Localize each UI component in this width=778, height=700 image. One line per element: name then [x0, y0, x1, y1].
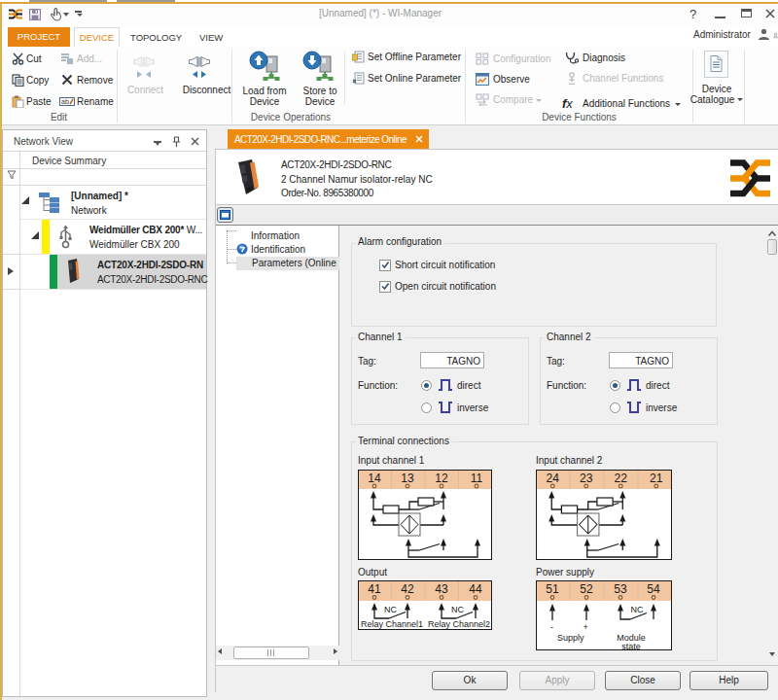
- svg-text:14: 14: [368, 472, 381, 485]
- svg-text:NC: NC: [384, 605, 397, 614]
- svg-text:ab: ab: [61, 98, 69, 105]
- svg-text:23: 23: [580, 472, 593, 485]
- svg-text:53: 53: [614, 582, 627, 596]
- svg-text:43: 43: [435, 582, 448, 596]
- svg-text:22: 22: [614, 472, 627, 485]
- svg-text:13: 13: [401, 472, 414, 485]
- svg-text:-: -: [550, 622, 553, 632]
- svg-text:Relay Channel2: Relay Channel2: [428, 619, 490, 629]
- svg-text:12: 12: [435, 472, 448, 485]
- svg-text:51: 51: [546, 582, 559, 596]
- svg-text:52: 52: [580, 582, 593, 596]
- svg-text:44: 44: [469, 582, 482, 596]
- svg-text:42: 42: [401, 582, 414, 596]
- svg-text:+: +: [584, 622, 588, 632]
- svg-text:NC: NC: [451, 605, 464, 614]
- svg-text:21: 21: [650, 472, 663, 485]
- svg-text:NC: NC: [631, 605, 644, 614]
- svg-text:54: 54: [647, 582, 660, 596]
- svg-text:state: state: [621, 642, 641, 651]
- svg-text:Relay Channel1: Relay Channel1: [361, 619, 423, 629]
- svg-text:Supply: Supply: [557, 633, 584, 643]
- svg-text:24: 24: [546, 472, 559, 485]
- svg-text:41: 41: [368, 582, 381, 596]
- svg-text:11: 11: [471, 472, 483, 485]
